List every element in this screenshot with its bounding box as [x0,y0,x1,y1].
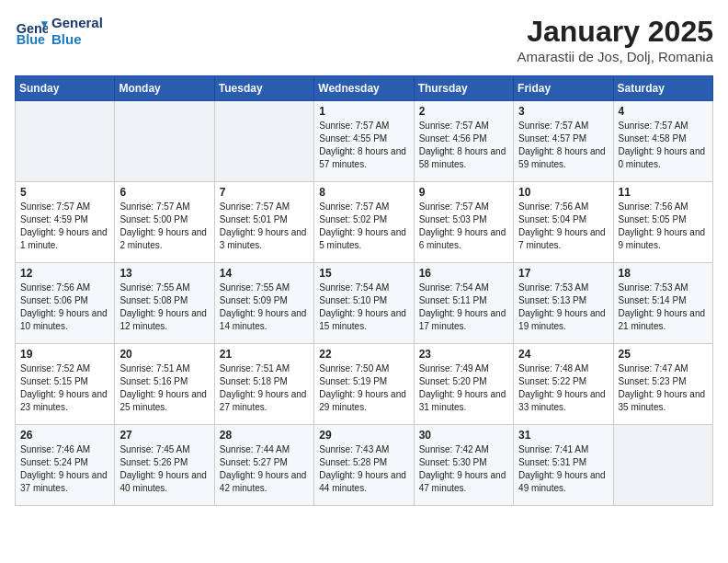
calendar-cell: 16Sunrise: 7:54 AMSunset: 5:11 PMDayligh… [414,263,513,344]
day-info: Sunrise: 7:57 AMSunset: 5:00 PMDaylight:… [119,201,209,252]
day-info: Sunrise: 7:49 AMSunset: 5:20 PMDaylight:… [419,362,508,414]
day-info: Sunrise: 7:57 AMSunset: 4:59 PMDaylight:… [20,201,109,252]
calendar-cell: 21Sunrise: 7:51 AMSunset: 5:18 PMDayligh… [214,344,313,425]
calendar-cell: 4Sunrise: 7:57 AMSunset: 4:58 PMDaylight… [613,101,712,182]
calendar-cell [214,101,313,182]
calendar-subtitle: Amarastii de Jos, Dolj, Romania [518,49,713,64]
day-info: Sunrise: 7:57 AMSunset: 5:03 PMDaylight:… [419,201,508,252]
calendar-week-3: 12Sunrise: 7:56 AMSunset: 5:06 PMDayligh… [16,263,713,344]
day-number: 1 [319,105,408,118]
day-number: 16 [419,267,508,280]
page-header: General Blue General Blue January 2025 A… [15,15,713,64]
day-number: 12 [20,267,109,280]
calendar-title: January 2025 [518,15,713,49]
calendar-cell [115,101,214,182]
day-info: Sunrise: 7:56 AMSunset: 5:05 PMDaylight:… [619,201,708,252]
day-number: 9 [419,186,508,199]
calendar-body: 1Sunrise: 7:57 AMSunset: 4:55 PMDaylight… [16,101,713,506]
calendar-cell: 11Sunrise: 7:56 AMSunset: 5:05 PMDayligh… [613,182,712,263]
day-number: 13 [119,267,209,280]
day-info: Sunrise: 7:44 AMSunset: 5:27 PMDaylight:… [220,443,309,495]
day-number: 6 [119,186,209,199]
day-number: 15 [319,267,408,280]
day-number: 26 [20,429,109,442]
logo-general: General [51,15,103,31]
calendar-cell: 13Sunrise: 7:55 AMSunset: 5:08 PMDayligh… [115,263,214,344]
calendar-header: SundayMondayTuesdayWednesdayThursdayFrid… [16,76,713,101]
calendar-cell: 12Sunrise: 7:56 AMSunset: 5:06 PMDayligh… [16,263,115,344]
weekday-header-monday: Monday [115,76,214,101]
day-info: Sunrise: 7:55 AMSunset: 5:09 PMDaylight:… [220,282,309,333]
weekday-header-row: SundayMondayTuesdayWednesdayThursdayFrid… [16,76,713,101]
calendar-cell: 30Sunrise: 7:42 AMSunset: 5:30 PMDayligh… [414,425,513,506]
day-number: 17 [518,267,608,280]
day-number: 14 [220,267,309,280]
calendar-cell: 7Sunrise: 7:57 AMSunset: 5:01 PMDaylight… [214,182,313,263]
calendar-cell: 9Sunrise: 7:57 AMSunset: 5:03 PMDaylight… [414,182,513,263]
day-info: Sunrise: 7:54 AMSunset: 5:11 PMDaylight:… [419,282,508,333]
calendar-cell [613,425,712,506]
calendar-cell: 5Sunrise: 7:57 AMSunset: 4:59 PMDaylight… [16,182,115,263]
day-number: 25 [619,348,708,361]
day-number: 5 [20,186,109,199]
calendar-week-2: 5Sunrise: 7:57 AMSunset: 4:59 PMDaylight… [16,182,713,263]
day-info: Sunrise: 7:57 AMSunset: 4:55 PMDaylight:… [319,120,408,171]
day-number: 23 [419,348,508,361]
day-info: Sunrise: 7:46 AMSunset: 5:24 PMDaylight:… [20,443,109,495]
calendar-week-5: 26Sunrise: 7:46 AMSunset: 5:24 PMDayligh… [16,425,713,506]
day-info: Sunrise: 7:55 AMSunset: 5:08 PMDaylight:… [119,282,209,333]
day-number: 11 [619,186,708,199]
calendar-cell [16,101,115,182]
day-info: Sunrise: 7:56 AMSunset: 5:06 PMDaylight:… [20,282,109,333]
weekday-header-tuesday: Tuesday [214,76,313,101]
day-info: Sunrise: 7:50 AMSunset: 5:19 PMDaylight:… [319,362,408,414]
day-info: Sunrise: 7:47 AMSunset: 5:23 PMDaylight:… [619,362,708,414]
day-info: Sunrise: 7:51 AMSunset: 5:16 PMDaylight:… [119,362,209,414]
calendar-cell: 8Sunrise: 7:57 AMSunset: 5:02 PMDaylight… [314,182,414,263]
day-number: 27 [119,429,209,442]
weekday-header-saturday: Saturday [613,76,712,101]
calendar-cell: 24Sunrise: 7:48 AMSunset: 5:22 PMDayligh… [514,344,613,425]
calendar-cell: 1Sunrise: 7:57 AMSunset: 4:55 PMDaylight… [314,101,414,182]
day-info: Sunrise: 7:57 AMSunset: 4:58 PMDaylight:… [619,120,708,171]
calendar-cell: 2Sunrise: 7:57 AMSunset: 4:56 PMDaylight… [414,101,513,182]
calendar-cell: 31Sunrise: 7:41 AMSunset: 5:31 PMDayligh… [514,425,613,506]
logo: General Blue General Blue [15,15,103,48]
logo-icon: General Blue [15,15,48,48]
day-number: 4 [619,105,708,118]
calendar-cell: 22Sunrise: 7:50 AMSunset: 5:19 PMDayligh… [314,344,414,425]
day-info: Sunrise: 7:53 AMSunset: 5:14 PMDaylight:… [619,282,708,333]
calendar-cell: 19Sunrise: 7:52 AMSunset: 5:15 PMDayligh… [16,344,115,425]
day-info: Sunrise: 7:57 AMSunset: 5:02 PMDaylight:… [319,201,408,252]
day-number: 20 [119,348,209,361]
day-number: 24 [518,348,608,361]
day-number: 3 [518,105,608,118]
weekday-header-wednesday: Wednesday [314,76,414,101]
day-info: Sunrise: 7:57 AMSunset: 4:56 PMDaylight:… [419,120,508,171]
calendar-cell: 17Sunrise: 7:53 AMSunset: 5:13 PMDayligh… [514,263,613,344]
day-info: Sunrise: 7:42 AMSunset: 5:30 PMDaylight:… [419,443,508,495]
weekday-header-sunday: Sunday [16,76,115,101]
day-info: Sunrise: 7:56 AMSunset: 5:04 PMDaylight:… [518,201,608,252]
day-number: 18 [619,267,708,280]
calendar-cell: 3Sunrise: 7:57 AMSunset: 4:57 PMDaylight… [514,101,613,182]
day-info: Sunrise: 7:51 AMSunset: 5:18 PMDaylight:… [220,362,309,414]
day-number: 22 [319,348,408,361]
logo-blue: Blue [51,31,103,48]
weekday-header-thursday: Thursday [414,76,513,101]
calendar-cell: 18Sunrise: 7:53 AMSunset: 5:14 PMDayligh… [613,263,712,344]
calendar-cell: 14Sunrise: 7:55 AMSunset: 5:09 PMDayligh… [214,263,313,344]
day-number: 30 [419,429,508,442]
day-info: Sunrise: 7:57 AMSunset: 4:57 PMDaylight:… [518,120,608,171]
calendar-cell: 10Sunrise: 7:56 AMSunset: 5:04 PMDayligh… [514,182,613,263]
day-number: 10 [518,186,608,199]
day-info: Sunrise: 7:45 AMSunset: 5:26 PMDaylight:… [119,443,209,495]
day-info: Sunrise: 7:52 AMSunset: 5:15 PMDaylight:… [20,362,109,414]
calendar-cell: 23Sunrise: 7:49 AMSunset: 5:20 PMDayligh… [414,344,513,425]
calendar-cell: 15Sunrise: 7:54 AMSunset: 5:10 PMDayligh… [314,263,414,344]
calendar-cell: 27Sunrise: 7:45 AMSunset: 5:26 PMDayligh… [115,425,214,506]
day-info: Sunrise: 7:48 AMSunset: 5:22 PMDaylight:… [518,362,608,414]
day-number: 8 [319,186,408,199]
calendar-week-4: 19Sunrise: 7:52 AMSunset: 5:15 PMDayligh… [16,344,713,425]
day-info: Sunrise: 7:53 AMSunset: 5:13 PMDaylight:… [518,282,608,333]
